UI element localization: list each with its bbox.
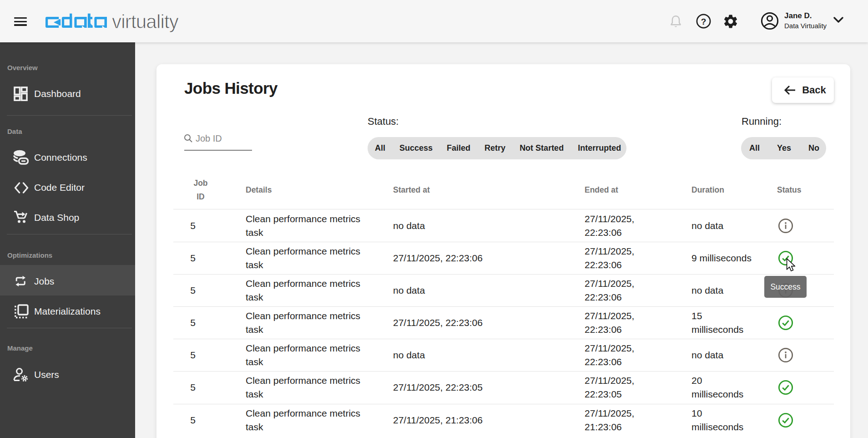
svg-text:?: ? (701, 17, 707, 26)
